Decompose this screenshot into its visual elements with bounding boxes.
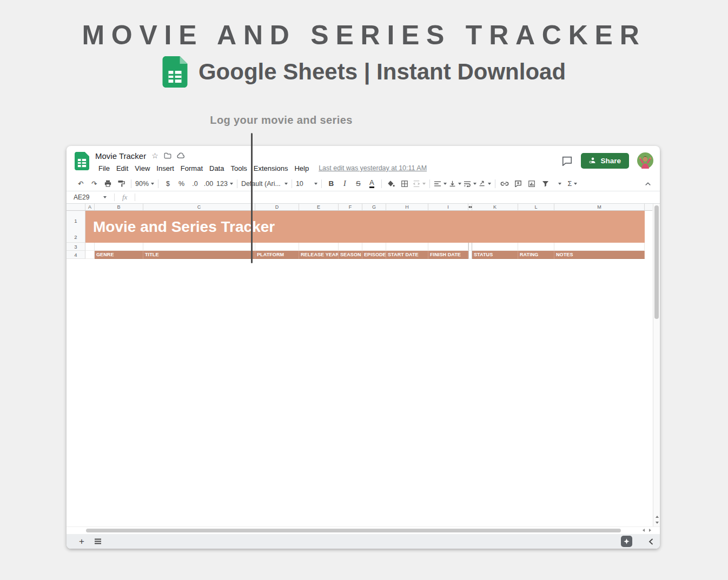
- cell-F3[interactable]: [339, 243, 362, 251]
- cell-A3[interactable]: [85, 243, 95, 251]
- menu-format[interactable]: Format: [177, 164, 206, 172]
- scroll-left-button[interactable]: [643, 529, 645, 532]
- cell-E4[interactable]: RELEASE YEAR: [299, 251, 339, 259]
- cell-K3[interactable]: [472, 243, 518, 251]
- menu-extensions[interactable]: Extensions: [250, 164, 292, 172]
- scroll-down-button[interactable]: [654, 520, 659, 525]
- cell-B3[interactable]: [95, 243, 143, 251]
- cell-C4[interactable]: TITLE: [143, 251, 255, 259]
- menu-tools[interactable]: Tools: [227, 164, 250, 172]
- cell-A4[interactable]: [85, 251, 95, 259]
- column-header-M[interactable]: M: [554, 204, 645, 211]
- hidden-column-marker[interactable]: [468, 204, 472, 211]
- cell-G4[interactable]: EPISODE: [362, 251, 386, 259]
- avatar[interactable]: [637, 152, 653, 169]
- sheet-banner-title[interactable]: Movie and Series Tracker: [85, 211, 645, 243]
- insert-link-icon[interactable]: [498, 178, 512, 190]
- cell-D4[interactable]: PLATFORM: [255, 251, 299, 259]
- cell-K4[interactable]: STATUS: [472, 251, 518, 259]
- add-sheet-icon[interactable]: +: [74, 534, 89, 549]
- horizontal-scrollbar-thumb[interactable]: [86, 529, 621, 532]
- cell-E3[interactable]: [299, 243, 339, 251]
- column-header-L[interactable]: L: [518, 204, 554, 211]
- comment-history-icon[interactable]: [561, 156, 573, 166]
- column-header-A[interactable]: A: [85, 204, 95, 211]
- insert-comment-icon[interactable]: [512, 178, 525, 190]
- menu-help[interactable]: Help: [291, 164, 312, 172]
- cell-D3[interactable]: [255, 243, 299, 251]
- cell-M4[interactable]: NOTES: [554, 251, 645, 259]
- collapse-toolbar-icon[interactable]: [641, 178, 654, 190]
- horizontal-align-icon[interactable]: [433, 178, 448, 190]
- text-color-icon[interactable]: A: [365, 178, 379, 190]
- menu-insert[interactable]: Insert: [153, 164, 177, 172]
- text-wrap-icon[interactable]: [462, 178, 478, 190]
- cell-B4[interactable]: GENRE: [95, 251, 143, 259]
- format-percent-icon[interactable]: %: [175, 178, 188, 190]
- merge-cells-icon[interactable]: [412, 178, 427, 190]
- font-select[interactable]: Default (Ari...: [240, 178, 289, 190]
- menu-file[interactable]: File: [95, 164, 113, 172]
- column-header-B[interactable]: B: [95, 204, 143, 211]
- horizontal-scrollbar[interactable]: [67, 526, 660, 534]
- menu-data[interactable]: Data: [206, 164, 227, 172]
- column-header-F[interactable]: F: [339, 204, 362, 211]
- column-header-G[interactable]: G: [362, 204, 386, 211]
- scroll-right-button[interactable]: [649, 529, 651, 532]
- column-header-D[interactable]: D: [255, 204, 299, 211]
- redo-icon[interactable]: ↷: [88, 178, 101, 190]
- cell-H4[interactable]: START DATE: [386, 251, 428, 259]
- move-folder-icon[interactable]: [164, 152, 171, 159]
- vertical-scrollbar-thumb[interactable]: [654, 205, 659, 319]
- column-header-H[interactable]: H: [386, 204, 428, 211]
- cell-I3[interactable]: [428, 243, 468, 251]
- zoom-select[interactable]: 90%: [134, 178, 155, 190]
- increase-decimal-icon[interactable]: .00: [202, 178, 215, 190]
- scroll-up-button[interactable]: [654, 514, 659, 519]
- explore-button[interactable]: [621, 536, 632, 547]
- cell-G3[interactable]: [362, 243, 386, 251]
- cell-F4[interactable]: SEASON: [339, 251, 362, 259]
- insert-chart-icon[interactable]: [525, 178, 539, 190]
- select-all-corner[interactable]: [67, 204, 85, 211]
- cell-M3[interactable]: [554, 243, 645, 251]
- format-currency-icon[interactable]: $: [161, 178, 175, 190]
- column-header-C[interactable]: C: [143, 204, 255, 211]
- all-sheets-icon[interactable]: [89, 534, 107, 549]
- last-edit-link[interactable]: Last edit was yesterday at 10:11 AM: [319, 164, 427, 172]
- cell-H3[interactable]: [386, 243, 428, 251]
- vertical-align-icon[interactable]: [448, 178, 462, 190]
- paint-format-icon[interactable]: [115, 178, 128, 190]
- filter-icon[interactable]: [539, 178, 552, 190]
- cloud-status-icon[interactable]: [177, 152, 185, 159]
- share-button[interactable]: Share: [581, 153, 629, 169]
- vertical-scrollbar[interactable]: [653, 204, 660, 526]
- italic-icon[interactable]: I: [338, 178, 352, 190]
- fill-color-icon[interactable]: [385, 178, 398, 190]
- bold-icon[interactable]: B: [325, 178, 338, 190]
- borders-icon[interactable]: [398, 178, 412, 190]
- more-formats-icon[interactable]: 123: [215, 178, 234, 190]
- print-icon[interactable]: [101, 178, 115, 190]
- row-header-4[interactable]: 4: [67, 251, 85, 259]
- decrease-decimal-icon[interactable]: .0: [188, 178, 202, 190]
- cell-L4[interactable]: RATING: [518, 251, 554, 259]
- text-rotation-icon[interactable]: [478, 178, 492, 190]
- cell-I4[interactable]: FINISH DATE: [428, 251, 468, 259]
- document-title[interactable]: Movie Tracker: [95, 151, 146, 161]
- star-icon[interactable]: ☆: [151, 152, 158, 159]
- menu-edit[interactable]: Edit: [113, 164, 131, 172]
- filter-views-caret[interactable]: [552, 178, 566, 190]
- cell-L3[interactable]: [518, 243, 554, 251]
- functions-icon[interactable]: Σ: [566, 178, 579, 190]
- row-header-1-2[interactable]: 12: [67, 211, 85, 243]
- strikethrough-icon[interactable]: S: [352, 178, 365, 190]
- font-size-select[interactable]: 10: [295, 178, 319, 190]
- column-header-I[interactable]: I: [428, 204, 468, 211]
- show-side-panel-icon[interactable]: [648, 538, 653, 545]
- name-box[interactable]: AE29: [67, 194, 107, 201]
- cell-C3[interactable]: [143, 243, 255, 251]
- row-header-3[interactable]: 3: [67, 243, 85, 251]
- column-header-K[interactable]: K: [472, 204, 518, 211]
- column-header-E[interactable]: E: [299, 204, 339, 211]
